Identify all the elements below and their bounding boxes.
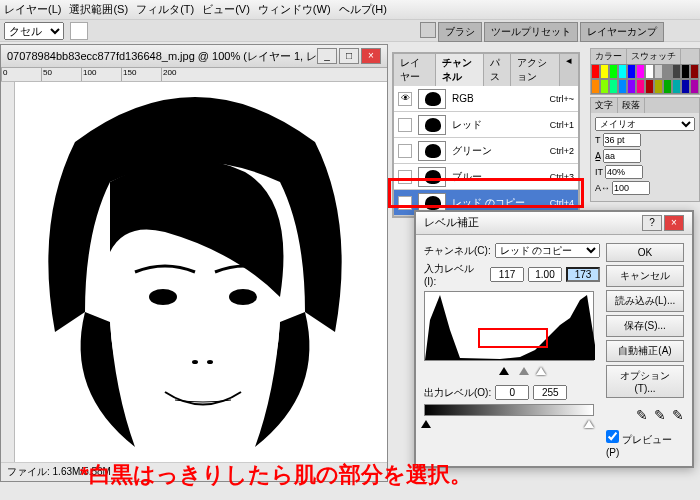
- menu-help[interactable]: ヘルプ(H): [339, 2, 387, 17]
- input-gamma[interactable]: [528, 267, 562, 282]
- black-point-slider[interactable]: [499, 362, 509, 375]
- minimize-button[interactable]: _: [317, 48, 337, 64]
- histogram: [424, 291, 594, 361]
- eyedropper-white-icon[interactable]: ✎: [672, 407, 684, 423]
- channel-row-0[interactable]: 👁RGBCtrl+~: [394, 86, 578, 112]
- swatch[interactable]: [600, 79, 609, 94]
- menu-bar: レイヤー(L) 選択範囲(S) フィルタ(T) ビュー(V) ウィンドウ(W) …: [0, 0, 700, 20]
- channel-row-3[interactable]: ブルーCtrl+3: [394, 164, 578, 190]
- tab-paragraph[interactable]: 段落: [618, 98, 645, 113]
- swatch[interactable]: [600, 64, 609, 79]
- channel-name: ブルー: [452, 170, 544, 184]
- menu-view[interactable]: ビュー(V): [202, 2, 250, 17]
- input-black[interactable]: [490, 267, 524, 282]
- ruler-vertical: [1, 82, 15, 462]
- output-white[interactable]: [533, 385, 567, 400]
- swatch[interactable]: [672, 64, 681, 79]
- tab-actions[interactable]: アクション: [511, 54, 560, 86]
- swatch[interactable]: [672, 79, 681, 94]
- swatch[interactable]: [618, 79, 627, 94]
- swatch[interactable]: [627, 79, 636, 94]
- tab-character[interactable]: 文字: [591, 98, 618, 113]
- tab-paths[interactable]: パス: [484, 54, 511, 86]
- output-white-slider[interactable]: [584, 415, 594, 428]
- tracking-field[interactable]: [612, 181, 650, 195]
- swatch-grid[interactable]: [591, 64, 699, 94]
- channel-row-2[interactable]: グリーンCtrl+2: [394, 138, 578, 164]
- unit-select[interactable]: クセル: [4, 22, 64, 40]
- dock-toggle[interactable]: [420, 22, 436, 38]
- brush-tab[interactable]: ブラシ: [438, 22, 482, 42]
- swatch[interactable]: [609, 79, 618, 94]
- load-button[interactable]: 読み込み(L)...: [606, 290, 684, 312]
- swatch[interactable]: [618, 64, 627, 79]
- visibility-icon[interactable]: 👁: [398, 92, 412, 106]
- annotation-highlight-sliders: [478, 328, 548, 348]
- swatch[interactable]: [663, 79, 672, 94]
- tab-swatches[interactable]: スウォッチ: [627, 49, 681, 64]
- white-point-slider[interactable]: [536, 362, 546, 375]
- menu-layer[interactable]: レイヤー(L): [4, 2, 61, 17]
- options-button[interactable]: オプション(T)...: [606, 365, 684, 398]
- tab-color[interactable]: カラー: [591, 49, 627, 64]
- preview-checkbox[interactable]: [606, 430, 619, 443]
- visibility-icon[interactable]: 👁: [398, 196, 412, 210]
- swatch[interactable]: [636, 64, 645, 79]
- tab-channels[interactable]: チャンネル: [436, 54, 485, 86]
- eyedropper-black-icon[interactable]: ✎: [636, 407, 648, 423]
- menu-window[interactable]: ウィンドウ(W): [258, 2, 331, 17]
- swatch[interactable]: [654, 64, 663, 79]
- vscale-field[interactable]: [605, 165, 643, 179]
- channel-row-1[interactable]: レッドCtrl+1: [394, 112, 578, 138]
- close-button[interactable]: ×: [361, 48, 381, 64]
- swatch[interactable]: [690, 64, 699, 79]
- auto-button[interactable]: 自動補正(A): [606, 340, 684, 362]
- tab-layers[interactable]: レイヤー: [394, 54, 436, 86]
- font-select[interactable]: メイリオ: [595, 117, 695, 131]
- swatch[interactable]: [645, 79, 654, 94]
- swatch[interactable]: [681, 79, 690, 94]
- visibility-icon[interactable]: [398, 170, 412, 184]
- menu-filter[interactable]: フィルタ(T): [136, 2, 194, 17]
- tool-preset-tab[interactable]: ツールプリセット: [484, 22, 578, 42]
- font-size[interactable]: [603, 133, 641, 147]
- swatch[interactable]: [645, 64, 654, 79]
- levels-titlebar[interactable]: レベル補正 ? ×: [416, 212, 692, 235]
- channel-name: レッド のコピー: [452, 196, 544, 210]
- swatch-box[interactable]: [70, 22, 88, 40]
- save-button[interactable]: 保存(S)...: [606, 315, 684, 337]
- channels-panel: レイヤー チャンネル パス アクション ◂ 👁RGBCtrl+~レッドCtrl+…: [392, 52, 580, 218]
- output-black[interactable]: [495, 385, 529, 400]
- leading-field[interactable]: [603, 149, 641, 163]
- swatch[interactable]: [591, 64, 600, 79]
- cancel-button[interactable]: キャンセル: [606, 265, 684, 287]
- input-slider[interactable]: [424, 363, 594, 377]
- swatch[interactable]: [681, 64, 690, 79]
- swatch[interactable]: [636, 79, 645, 94]
- swatch[interactable]: [591, 79, 600, 94]
- canvas[interactable]: [15, 82, 385, 462]
- swatch[interactable]: [627, 64, 636, 79]
- levels-close-button[interactable]: ×: [664, 215, 684, 231]
- levels-help-button[interactable]: ?: [642, 215, 662, 231]
- swatch[interactable]: [609, 64, 618, 79]
- document-titlebar[interactable]: 07078984bb83ecc877fd136648_m.jpg @ 100% …: [1, 45, 387, 68]
- eyedropper-grey-icon[interactable]: ✎: [654, 407, 666, 423]
- visibility-icon[interactable]: [398, 144, 412, 158]
- swatch[interactable]: [663, 64, 672, 79]
- output-black-slider[interactable]: [421, 415, 431, 428]
- panel-menu-icon[interactable]: ◂: [560, 54, 578, 86]
- ok-button[interactable]: OK: [606, 243, 684, 262]
- input-white[interactable]: [566, 267, 600, 282]
- menu-select[interactable]: 選択範囲(S): [69, 2, 128, 17]
- channel-shortcut: Ctrl+4: [550, 198, 574, 208]
- swatch[interactable]: [654, 79, 663, 94]
- channel-select[interactable]: レッド のコピー: [495, 243, 600, 258]
- swatch[interactable]: [690, 79, 699, 94]
- layer-comp-tab[interactable]: レイヤーカンプ: [580, 22, 664, 42]
- maximize-button[interactable]: □: [339, 48, 359, 64]
- font-size-icon: T: [595, 135, 601, 145]
- visibility-icon[interactable]: [398, 118, 412, 132]
- output-gradient[interactable]: [424, 404, 594, 416]
- gamma-slider[interactable]: [519, 362, 529, 375]
